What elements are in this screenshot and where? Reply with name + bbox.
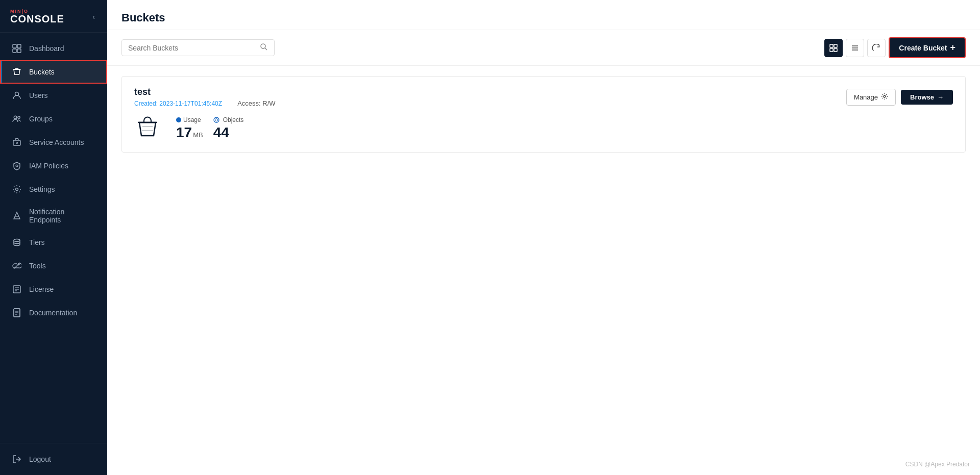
sidebar-item-license-label: License bbox=[29, 285, 54, 293]
usage-value: 17MB bbox=[176, 124, 203, 141]
svg-rect-3 bbox=[17, 49, 21, 53]
logout-icon bbox=[12, 454, 22, 464]
sidebar-item-iam-policies-label: IAM Policies bbox=[29, 162, 68, 170]
sidebar-item-tiers[interactable]: Tiers bbox=[0, 231, 107, 254]
usage-label: Usage bbox=[176, 116, 203, 123]
footer-watermark: CSDN @Apex Predator bbox=[905, 461, 970, 468]
sidebar-item-logout[interactable]: Logout bbox=[0, 447, 107, 471]
bucket-icon-area bbox=[134, 115, 161, 142]
notification-icon bbox=[12, 211, 22, 221]
svg-line-24 bbox=[265, 48, 267, 50]
sidebar-item-documentation-label: Documentation bbox=[29, 309, 77, 317]
sidebar-item-service-accounts-label: Service Accounts bbox=[29, 138, 84, 146]
sidebar-item-dashboard[interactable]: Dashboard bbox=[0, 37, 107, 60]
search-icon bbox=[260, 43, 268, 53]
sidebar-item-dashboard-label: Dashboard bbox=[29, 44, 64, 53]
svg-rect-1 bbox=[17, 44, 21, 48]
bucket-content-row: Usage 17MB Objects bbox=[134, 115, 953, 142]
sidebar-item-buckets[interactable]: Buckets bbox=[0, 60, 107, 84]
bucket-meta: Created: 2023-11-17T01:45:40Z Access: R/… bbox=[134, 99, 276, 107]
gear-icon bbox=[881, 93, 888, 102]
browse-button[interactable]: Browse → bbox=[901, 90, 953, 105]
doc-icon bbox=[12, 308, 22, 318]
svg-point-34 bbox=[215, 119, 217, 121]
svg-point-23 bbox=[261, 44, 265, 48]
objects-icon bbox=[213, 117, 219, 123]
arrow-right-icon: → bbox=[937, 93, 944, 101]
logo: MIN|O CONSOLE bbox=[10, 9, 64, 24]
dashboard-icon bbox=[12, 43, 22, 54]
bucket-created: Created: 2023-11-17T01:45:40Z bbox=[134, 100, 222, 107]
search-input[interactable] bbox=[128, 44, 256, 52]
sidebar-nav: Dashboard Buckets Users bbox=[0, 33, 107, 443]
sidebar-item-settings[interactable]: Settings bbox=[0, 178, 107, 201]
tools-icon bbox=[12, 261, 22, 271]
sidebar-item-license[interactable]: License bbox=[0, 278, 107, 301]
main-header: Buckets bbox=[107, 0, 980, 30]
toolbar: Create Bucket + bbox=[107, 30, 980, 66]
shield-icon bbox=[12, 161, 22, 171]
sidebar-item-users[interactable]: Users bbox=[0, 84, 107, 107]
sidebar-logo: MIN|O CONSOLE ‹ bbox=[0, 0, 107, 33]
sidebar-item-tiers-label: Tiers bbox=[29, 238, 45, 246]
group-icon bbox=[12, 114, 22, 124]
usage-label-text: Usage bbox=[183, 116, 201, 123]
objects-label-text: Objects bbox=[223, 116, 244, 123]
svg-point-9 bbox=[16, 165, 18, 167]
svg-rect-7 bbox=[13, 140, 20, 145]
list-view-button[interactable] bbox=[846, 39, 864, 57]
sidebar-item-groups[interactable]: Groups bbox=[0, 107, 107, 131]
sidebar-item-documentation[interactable]: Documentation bbox=[0, 301, 107, 324]
svg-rect-0 bbox=[13, 44, 16, 48]
sidebar-item-tools[interactable]: Tools bbox=[0, 254, 107, 278]
browse-label: Browse bbox=[910, 93, 934, 101]
user-icon bbox=[12, 90, 22, 101]
svg-point-6 bbox=[18, 116, 20, 118]
table-row: test Created: 2023-11-17T01:45:40Z Acces… bbox=[121, 76, 966, 153]
manage-button[interactable]: Manage bbox=[846, 89, 896, 106]
sidebar-item-service-accounts[interactable]: Service Accounts bbox=[0, 131, 107, 154]
sidebar-item-settings-label: Settings bbox=[29, 185, 55, 193]
create-bucket-plus-icon: + bbox=[950, 42, 955, 53]
service-accounts-icon bbox=[12, 137, 22, 147]
objects-label: Objects bbox=[213, 116, 244, 123]
svg-point-5 bbox=[14, 116, 17, 119]
bucket-visual-icon bbox=[134, 115, 161, 142]
grid-view-button[interactable] bbox=[824, 39, 843, 57]
bucket-icon bbox=[12, 67, 22, 77]
sidebar-item-users-label: Users bbox=[29, 91, 48, 99]
bucket-access: Access: R/W bbox=[237, 99, 275, 107]
usage-dot bbox=[176, 117, 181, 122]
search-box bbox=[121, 39, 275, 56]
svg-point-8 bbox=[16, 142, 18, 144]
page-title: Buckets bbox=[121, 11, 966, 24]
sidebar-item-buckets-label: Buckets bbox=[29, 68, 55, 76]
toolbar-right: Create Bucket + bbox=[824, 37, 966, 58]
usage-stat: Usage 17MB bbox=[176, 116, 203, 141]
tiers-icon bbox=[12, 237, 22, 247]
bucket-name: test bbox=[134, 87, 276, 97]
sidebar-item-iam-policies[interactable]: IAM Policies bbox=[0, 154, 107, 178]
sidebar-item-notification-endpoints[interactable]: Notification Endpoints bbox=[0, 201, 107, 231]
license-icon bbox=[12, 284, 22, 294]
svg-point-33 bbox=[214, 117, 219, 122]
svg-rect-2 bbox=[13, 49, 16, 53]
svg-rect-28 bbox=[834, 48, 837, 52]
sidebar-collapse-button[interactable]: ‹ bbox=[90, 11, 97, 23]
svg-rect-25 bbox=[830, 44, 833, 47]
settings-icon bbox=[12, 184, 22, 194]
create-bucket-button[interactable]: Create Bucket + bbox=[889, 37, 966, 58]
manage-label: Manage bbox=[854, 93, 878, 101]
svg-point-11 bbox=[14, 239, 20, 242]
refresh-button[interactable] bbox=[867, 39, 886, 57]
sidebar-item-notification-endpoints-label: Notification Endpoints bbox=[29, 208, 97, 224]
sidebar-bottom: Logout bbox=[0, 443, 107, 475]
svg-rect-26 bbox=[834, 44, 837, 47]
sidebar-logout-label: Logout bbox=[29, 455, 51, 463]
svg-point-10 bbox=[16, 188, 18, 191]
logo-console: CONSOLE bbox=[10, 14, 64, 24]
sidebar-item-groups-label: Groups bbox=[29, 115, 53, 123]
objects-value: 44 bbox=[213, 124, 244, 141]
sidebar-item-tools-label: Tools bbox=[29, 262, 46, 270]
bucket-title-area: test Created: 2023-11-17T01:45:40Z Acces… bbox=[134, 87, 276, 107]
